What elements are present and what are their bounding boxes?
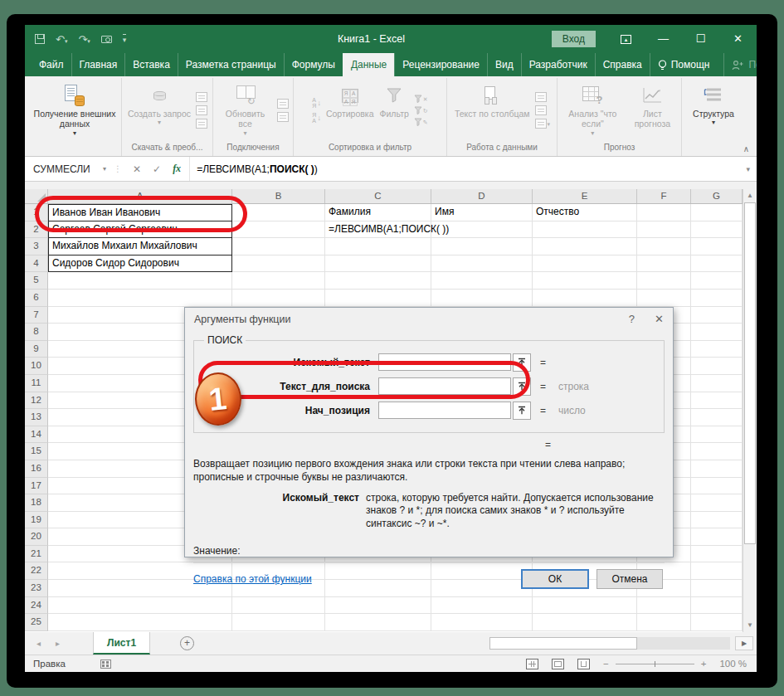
from-table-icon[interactable] bbox=[196, 105, 207, 115]
formula-input[interactable]: =ЛЕВСИМВ(A1;ПОИСК( )) bbox=[190, 157, 739, 181]
insert-function-icon[interactable]: fx bbox=[173, 163, 181, 175]
sign-in-button[interactable]: Вход bbox=[552, 31, 596, 47]
cell-G24[interactable] bbox=[691, 597, 743, 615]
cell-G22[interactable] bbox=[691, 562, 743, 580]
cell-A25[interactable] bbox=[48, 614, 232, 631]
tab-share[interactable]: Поделиться bbox=[723, 53, 757, 76]
cell-G9[interactable] bbox=[691, 341, 743, 358]
add-sheet-button[interactable]: + bbox=[180, 636, 194, 650]
cell-G6[interactable] bbox=[691, 290, 743, 307]
row-header-7[interactable]: 7 bbox=[25, 307, 48, 324]
cell-B1[interactable] bbox=[232, 204, 325, 221]
cell-A5[interactable] bbox=[48, 272, 232, 290]
row-header-8[interactable]: 8 bbox=[25, 324, 48, 341]
scroll-up-icon[interactable]: ▲ bbox=[743, 189, 757, 202]
row-header-10[interactable]: 10 bbox=[25, 358, 48, 375]
outline-button[interactable]: Структура▾ bbox=[690, 79, 737, 142]
collapse-dialog-icon[interactable] bbox=[513, 402, 531, 420]
cell-A1[interactable]: Иванов Иван Иванович bbox=[48, 204, 232, 221]
cell-G10[interactable] bbox=[691, 358, 743, 375]
cell-B3[interactable] bbox=[232, 238, 325, 256]
cell-A2[interactable]: Сергеев Сергей Сергеевич bbox=[48, 221, 232, 239]
text-to-columns-button[interactable]: Текст по столбцам bbox=[452, 79, 533, 142]
tab-developer[interactable]: Разработчик bbox=[521, 53, 595, 76]
cell-E5[interactable] bbox=[533, 272, 637, 290]
tab-tell-me[interactable]: Помощн bbox=[650, 53, 718, 76]
page-layout-view-icon[interactable] bbox=[552, 659, 564, 669]
cell-E25[interactable] bbox=[533, 614, 637, 631]
row-header-9[interactable]: 9 bbox=[25, 341, 48, 358]
customize-qat-icon[interactable]: ▾ bbox=[123, 34, 127, 44]
cell-D4[interactable] bbox=[431, 256, 533, 273]
cell-B5[interactable] bbox=[232, 272, 325, 290]
column-header-C[interactable]: C bbox=[325, 189, 431, 203]
cell-F25[interactable] bbox=[637, 614, 691, 631]
row-header-5[interactable]: 5 bbox=[25, 272, 48, 290]
cell-G4[interactable] bbox=[691, 256, 743, 273]
iskomyi-tekst-input[interactable] bbox=[378, 353, 511, 371]
cell-G19[interactable] bbox=[691, 512, 743, 529]
cell-B4[interactable] bbox=[232, 256, 325, 273]
cell-G21[interactable] bbox=[691, 546, 743, 563]
expand-formula-bar-icon[interactable]: ▾ bbox=[739, 157, 757, 181]
cell-F6[interactable] bbox=[637, 290, 691, 307]
cell-F2[interactable] bbox=[637, 221, 691, 239]
properties-icon[interactable] bbox=[277, 99, 289, 109]
column-header-D[interactable]: D bbox=[431, 189, 533, 203]
collapse-dialog-icon[interactable] bbox=[513, 353, 531, 372]
page-break-view-icon[interactable] bbox=[577, 659, 590, 669]
row-header-15[interactable]: 15 bbox=[25, 443, 48, 460]
zoom-out-icon[interactable]: − bbox=[603, 659, 609, 669]
collapse-dialog-icon[interactable] bbox=[513, 377, 531, 396]
remove-duplicates-icon[interactable] bbox=[535, 105, 547, 115]
row-header-24[interactable]: 24 bbox=[25, 597, 48, 615]
show-queries-icon[interactable] bbox=[196, 92, 207, 102]
cell-C4[interactable] bbox=[325, 256, 431, 273]
cell-C6[interactable] bbox=[325, 290, 431, 307]
name-box-dropdown-icon[interactable]: ▾ bbox=[103, 165, 106, 173]
filter-button[interactable]: Фильтр bbox=[377, 79, 411, 142]
row-header-19[interactable]: 19 bbox=[25, 512, 48, 529]
cell-D24[interactable] bbox=[431, 597, 533, 615]
tab-help[interactable]: Справка bbox=[595, 53, 650, 76]
data-validation-icon[interactable]: ▾ bbox=[535, 119, 551, 129]
minimize-button[interactable]: — bbox=[645, 25, 682, 53]
sort-button[interactable]: ЯААЯ Сортировка bbox=[324, 79, 377, 142]
cell-E4[interactable] bbox=[533, 256, 637, 273]
column-header-A[interactable]: A bbox=[48, 189, 232, 203]
cell-G8[interactable] bbox=[691, 324, 743, 341]
edit-links-icon[interactable] bbox=[277, 112, 289, 122]
tab-page-layout[interactable]: Разметка страницы bbox=[178, 53, 284, 76]
row-header-25[interactable]: 25 bbox=[25, 614, 48, 631]
cell-E1[interactable]: Отчество bbox=[533, 204, 637, 221]
cancel-button[interactable]: Отмена bbox=[597, 569, 663, 589]
row-header-13[interactable]: 13 bbox=[25, 409, 48, 426]
row-header-22[interactable]: 22 bbox=[25, 562, 48, 580]
column-header-F[interactable]: F bbox=[637, 189, 691, 203]
dialog-close-icon[interactable]: ✕ bbox=[655, 313, 664, 325]
new-query-button[interactable]: Создать запрос▾ bbox=[125, 79, 193, 142]
normal-view-icon[interactable] bbox=[526, 659, 538, 669]
cell-F24[interactable] bbox=[637, 597, 691, 615]
advanced-filter-icon[interactable]: ✎ bbox=[414, 118, 428, 126]
column-header-B[interactable]: B bbox=[232, 189, 325, 203]
cell-C3[interactable] bbox=[325, 238, 431, 256]
clear-filter-icon[interactable]: ✕ bbox=[414, 95, 428, 103]
cancel-entry-icon[interactable]: ✕ bbox=[133, 163, 141, 175]
tab-view[interactable]: Вид bbox=[487, 53, 521, 76]
zoom-slider[interactable] bbox=[616, 664, 694, 664]
cell-G5[interactable] bbox=[691, 272, 743, 290]
row-header-23[interactable]: 23 bbox=[25, 580, 48, 597]
cell-B2[interactable] bbox=[232, 221, 325, 239]
tab-file[interactable]: Файл bbox=[32, 53, 71, 76]
confirm-entry-icon[interactable]: ✓ bbox=[153, 163, 161, 175]
cell-D3[interactable] bbox=[431, 238, 533, 256]
zoom-level[interactable]: 100 % bbox=[719, 659, 747, 669]
function-help-link[interactable]: Справка по этой функции bbox=[193, 573, 312, 585]
cell-A6[interactable] bbox=[48, 290, 232, 307]
vertical-scroll-thumb[interactable] bbox=[744, 202, 756, 544]
formula-bar-resizer[interactable]: ⋮ bbox=[111, 157, 124, 181]
cell-G12[interactable] bbox=[691, 392, 743, 410]
cell-F5[interactable] bbox=[637, 272, 691, 290]
cell-D1[interactable]: Имя bbox=[431, 204, 533, 221]
